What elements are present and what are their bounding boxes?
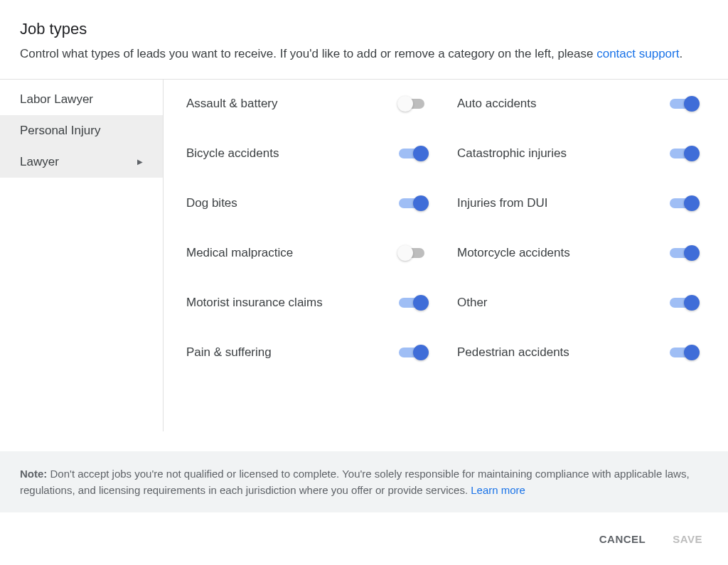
sidebar-item-label: Labor Lawyer [20,92,93,107]
job-type-row: Pedestrian accidents [457,345,700,360]
job-type-row: Motorcycle accidents [457,246,700,260]
job-type-row: Pain & suffering [186,345,429,360]
note-banner: Note: Don't accept jobs you're not quali… [0,451,728,513]
footer: CANCEL SAVE [0,512,728,565]
job-type-label: Dog bites [186,196,237,210]
job-type-label: Bicycle accidents [186,146,279,161]
job-type-row: Injuries from DUI [457,196,700,210]
sidebar-item[interactable]: Personal Injury [0,115,163,146]
job-type-toggle[interactable] [399,98,429,109]
contact-support-link[interactable]: contact support [596,47,679,60]
job-type-row: Dog bites [186,196,429,210]
job-type-row: Motorist insurance claims [186,296,429,310]
job-type-toggle[interactable] [670,198,700,209]
job-type-label: Catastrophic injuries [457,146,567,161]
job-type-label: Pedestrian accidents [457,345,569,360]
job-type-label: Motorcycle accidents [457,246,570,260]
sidebar-item[interactable]: Labor Lawyer [0,84,163,115]
job-type-row: Catastrophic injuries [457,146,700,161]
job-type-toggle[interactable] [670,148,700,159]
toggle-thumb [684,245,700,261]
job-type-toggle[interactable] [399,347,429,358]
sidebar-item[interactable]: Lawyer▶ [0,146,163,178]
sidebar-item-label: Lawyer [20,155,59,169]
job-type-label: Assault & battery [186,97,278,111]
toggle-thumb [397,245,413,261]
toggle-thumb [413,195,429,211]
note-prefix: Note: [20,468,47,480]
job-type-label: Medical malpractice [186,246,293,260]
job-type-row: Assault & battery [186,97,429,111]
chevron-right-icon: ▶ [137,158,143,166]
job-types-grid: Assault & batteryAuto accidentsBicycle a… [186,97,700,360]
job-type-label: Injuries from DUI [457,196,548,210]
job-type-toggle[interactable] [670,347,700,358]
job-type-row: Medical malpractice [186,246,429,260]
job-type-label: Auto accidents [457,97,537,111]
page-description: Control what types of leads you want to … [20,45,708,63]
sidebar-item-label: Personal Injury [20,124,100,138]
job-type-toggle[interactable] [399,247,429,259]
toggle-thumb [684,345,700,360]
toggle-thumb [413,295,429,311]
job-type-toggle[interactable] [399,148,429,159]
toggle-thumb [684,295,700,311]
description-suffix: . [679,47,682,60]
category-sidebar: Labor LawyerPersonal InjuryLawyer▶ [0,80,164,431]
toggle-thumb [684,146,700,161]
job-type-row: Auto accidents [457,97,700,111]
job-type-toggle[interactable] [670,247,700,259]
job-type-row: Bicycle accidents [186,146,429,161]
description-prefix: Control what types of leads you want to … [20,47,596,60]
save-button: SAVE [673,533,702,545]
toggle-thumb [413,345,429,360]
cancel-button[interactable]: CANCEL [599,533,646,545]
job-type-label: Other [457,296,488,310]
toggle-thumb [684,96,700,112]
toggle-thumb [413,146,429,161]
job-type-label: Pain & suffering [186,345,272,360]
page-title: Job types [20,20,708,38]
job-type-toggle[interactable] [670,98,700,109]
job-type-toggle[interactable] [399,297,429,308]
job-type-toggle[interactable] [399,198,429,209]
learn-more-link[interactable]: Learn more [471,484,525,496]
toggle-thumb [684,195,700,211]
toggle-thumb [397,96,413,112]
job-type-row: Other [457,296,700,310]
job-type-label: Motorist insurance claims [186,296,323,310]
note-text: Don't accept jobs you're not qualified o… [20,468,690,496]
job-type-toggle[interactable] [670,297,700,308]
